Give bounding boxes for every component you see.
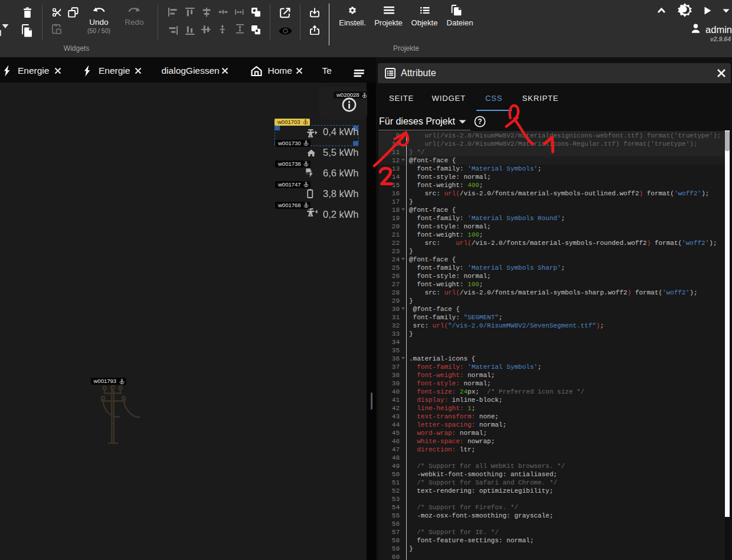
svg-text:?: ? xyxy=(478,117,482,126)
